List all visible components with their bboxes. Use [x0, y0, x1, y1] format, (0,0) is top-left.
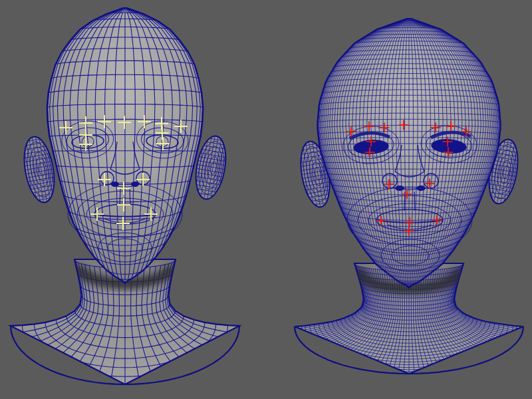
viewport-background: [0, 0, 532, 399]
viewport-3d[interactable]: [0, 0, 532, 399]
